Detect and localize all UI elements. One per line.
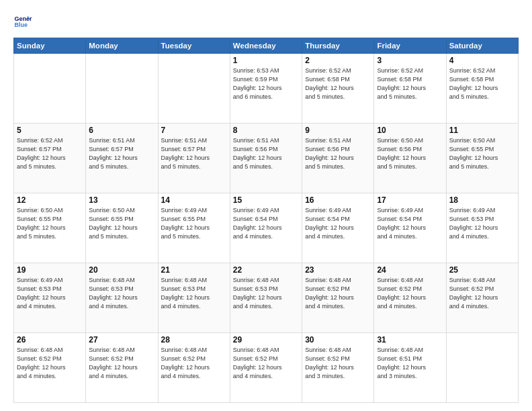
calendar-cell: 26Sunrise: 6:48 AM Sunset: 6:52 PM Dayli… bbox=[14, 333, 86, 403]
day-number: 30 bbox=[305, 335, 371, 345]
calendar-cell: 8Sunrise: 6:51 AM Sunset: 6:56 PM Daylig… bbox=[230, 124, 302, 193]
calendar-table: SundayMondayTuesdayWednesdayThursdayFrid… bbox=[13, 38, 519, 403]
day-info: Sunrise: 6:48 AM Sunset: 6:52 PM Dayligh… bbox=[233, 346, 299, 381]
day-number: 7 bbox=[161, 126, 227, 135]
day-number: 2 bbox=[305, 56, 371, 65]
weekday-header-row: SundayMondayTuesdayWednesdayThursdayFrid… bbox=[14, 38, 519, 54]
calendar-cell: 30Sunrise: 6:48 AM Sunset: 6:52 PM Dayli… bbox=[302, 333, 374, 403]
day-number: 28 bbox=[161, 335, 227, 345]
calendar-cell: 11Sunrise: 6:50 AM Sunset: 6:55 PM Dayli… bbox=[446, 124, 518, 193]
calendar-cell: 21Sunrise: 6:48 AM Sunset: 6:53 PM Dayli… bbox=[158, 263, 230, 333]
day-info: Sunrise: 6:48 AM Sunset: 6:52 PM Dayligh… bbox=[305, 276, 371, 311]
svg-text:Blue: Blue bbox=[14, 21, 28, 28]
day-info: Sunrise: 6:51 AM Sunset: 6:56 PM Dayligh… bbox=[233, 136, 299, 171]
weekday-header-wednesday: Wednesday bbox=[230, 38, 302, 54]
day-number: 24 bbox=[377, 265, 443, 275]
weekday-header-thursday: Thursday bbox=[302, 38, 374, 54]
day-info: Sunrise: 6:48 AM Sunset: 6:53 PM Dayligh… bbox=[233, 276, 299, 311]
day-info: Sunrise: 6:48 AM Sunset: 6:53 PM Dayligh… bbox=[161, 276, 227, 311]
calendar-cell: 3Sunrise: 6:52 AM Sunset: 6:58 PM Daylig… bbox=[374, 54, 446, 124]
calendar-cell bbox=[446, 333, 518, 403]
calendar-cell: 15Sunrise: 6:49 AM Sunset: 6:54 PM Dayli… bbox=[230, 193, 302, 263]
day-number: 23 bbox=[305, 265, 371, 275]
day-info: Sunrise: 6:48 AM Sunset: 6:53 PM Dayligh… bbox=[89, 276, 154, 311]
day-number: 22 bbox=[233, 265, 299, 275]
day-number: 25 bbox=[449, 265, 515, 275]
day-info: Sunrise: 6:48 AM Sunset: 6:52 PM Dayligh… bbox=[17, 346, 83, 381]
calendar-cell: 20Sunrise: 6:48 AM Sunset: 6:53 PM Dayli… bbox=[86, 263, 158, 333]
day-number: 9 bbox=[305, 126, 371, 135]
calendar-cell: 22Sunrise: 6:48 AM Sunset: 6:53 PM Dayli… bbox=[230, 263, 302, 333]
day-info: Sunrise: 6:53 AM Sunset: 6:59 PM Dayligh… bbox=[233, 66, 299, 101]
page: General Blue SundayMondayTuesdayWednesda… bbox=[0, 0, 532, 411]
day-info: Sunrise: 6:48 AM Sunset: 6:52 PM Dayligh… bbox=[377, 276, 443, 311]
day-number: 31 bbox=[377, 335, 443, 345]
day-info: Sunrise: 6:49 AM Sunset: 6:54 PM Dayligh… bbox=[233, 206, 299, 241]
calendar-cell: 9Sunrise: 6:51 AM Sunset: 6:56 PM Daylig… bbox=[302, 124, 374, 193]
day-number: 15 bbox=[233, 195, 299, 205]
calendar-cell: 4Sunrise: 6:52 AM Sunset: 6:58 PM Daylig… bbox=[446, 54, 518, 124]
day-info: Sunrise: 6:49 AM Sunset: 6:53 PM Dayligh… bbox=[17, 276, 83, 311]
header: General Blue bbox=[13, 12, 519, 31]
day-number: 18 bbox=[449, 195, 515, 205]
day-info: Sunrise: 6:51 AM Sunset: 6:57 PM Dayligh… bbox=[161, 136, 227, 171]
day-info: Sunrise: 6:52 AM Sunset: 6:57 PM Dayligh… bbox=[17, 136, 83, 171]
day-number: 1 bbox=[233, 56, 299, 65]
calendar-cell bbox=[86, 54, 158, 124]
day-info: Sunrise: 6:49 AM Sunset: 6:54 PM Dayligh… bbox=[305, 206, 371, 241]
calendar-cell: 27Sunrise: 6:48 AM Sunset: 6:52 PM Dayli… bbox=[86, 333, 158, 403]
day-info: Sunrise: 6:51 AM Sunset: 6:56 PM Dayligh… bbox=[305, 136, 371, 171]
calendar-cell: 13Sunrise: 6:50 AM Sunset: 6:55 PM Dayli… bbox=[86, 193, 158, 263]
week-row-0: 1Sunrise: 6:53 AM Sunset: 6:59 PM Daylig… bbox=[14, 54, 519, 124]
weekday-header-saturday: Saturday bbox=[446, 38, 518, 54]
day-number: 3 bbox=[377, 56, 443, 65]
logo-icon: General Blue bbox=[13, 12, 32, 31]
day-info: Sunrise: 6:49 AM Sunset: 6:54 PM Dayligh… bbox=[377, 206, 443, 241]
day-number: 12 bbox=[17, 195, 83, 205]
day-info: Sunrise: 6:50 AM Sunset: 6:55 PM Dayligh… bbox=[449, 136, 515, 171]
weekday-header-monday: Monday bbox=[86, 38, 158, 54]
day-info: Sunrise: 6:48 AM Sunset: 6:52 PM Dayligh… bbox=[305, 346, 371, 381]
week-row-4: 26Sunrise: 6:48 AM Sunset: 6:52 PM Dayli… bbox=[14, 333, 519, 403]
day-info: Sunrise: 6:49 AM Sunset: 6:55 PM Dayligh… bbox=[161, 206, 227, 241]
calendar-cell: 25Sunrise: 6:48 AM Sunset: 6:52 PM Dayli… bbox=[446, 263, 518, 333]
calendar-cell: 23Sunrise: 6:48 AM Sunset: 6:52 PM Dayli… bbox=[302, 263, 374, 333]
day-info: Sunrise: 6:50 AM Sunset: 6:55 PM Dayligh… bbox=[17, 206, 83, 241]
day-info: Sunrise: 6:52 AM Sunset: 6:58 PM Dayligh… bbox=[449, 66, 515, 101]
calendar-cell: 18Sunrise: 6:49 AM Sunset: 6:53 PM Dayli… bbox=[446, 193, 518, 263]
calendar-cell: 5Sunrise: 6:52 AM Sunset: 6:57 PM Daylig… bbox=[14, 124, 86, 193]
day-number: 6 bbox=[89, 126, 154, 135]
calendar-cell: 14Sunrise: 6:49 AM Sunset: 6:55 PM Dayli… bbox=[158, 193, 230, 263]
day-info: Sunrise: 6:48 AM Sunset: 6:52 PM Dayligh… bbox=[89, 346, 154, 381]
day-number: 29 bbox=[233, 335, 299, 345]
weekday-header-friday: Friday bbox=[374, 38, 446, 54]
calendar-cell: 2Sunrise: 6:52 AM Sunset: 6:58 PM Daylig… bbox=[302, 54, 374, 124]
day-number: 14 bbox=[161, 195, 227, 205]
day-number: 20 bbox=[89, 265, 154, 275]
day-info: Sunrise: 6:50 AM Sunset: 6:55 PM Dayligh… bbox=[89, 206, 154, 241]
calendar-cell: 19Sunrise: 6:49 AM Sunset: 6:53 PM Dayli… bbox=[14, 263, 86, 333]
calendar-cell: 24Sunrise: 6:48 AM Sunset: 6:52 PM Dayli… bbox=[374, 263, 446, 333]
calendar-cell: 1Sunrise: 6:53 AM Sunset: 6:59 PM Daylig… bbox=[230, 54, 302, 124]
day-number: 5 bbox=[17, 126, 83, 135]
day-info: Sunrise: 6:49 AM Sunset: 6:53 PM Dayligh… bbox=[449, 206, 515, 241]
calendar-cell: 28Sunrise: 6:48 AM Sunset: 6:52 PM Dayli… bbox=[158, 333, 230, 403]
calendar-cell: 12Sunrise: 6:50 AM Sunset: 6:55 PM Dayli… bbox=[14, 193, 86, 263]
calendar-cell: 6Sunrise: 6:51 AM Sunset: 6:57 PM Daylig… bbox=[86, 124, 158, 193]
logo: General Blue bbox=[13, 12, 32, 31]
calendar-cell: 17Sunrise: 6:49 AM Sunset: 6:54 PM Dayli… bbox=[374, 193, 446, 263]
day-number: 27 bbox=[89, 335, 154, 345]
day-number: 13 bbox=[89, 195, 154, 205]
day-number: 26 bbox=[17, 335, 83, 345]
day-info: Sunrise: 6:48 AM Sunset: 6:52 PM Dayligh… bbox=[161, 346, 227, 381]
day-info: Sunrise: 6:50 AM Sunset: 6:56 PM Dayligh… bbox=[377, 136, 443, 171]
week-row-1: 5Sunrise: 6:52 AM Sunset: 6:57 PM Daylig… bbox=[14, 124, 519, 193]
day-info: Sunrise: 6:52 AM Sunset: 6:58 PM Dayligh… bbox=[305, 66, 371, 101]
week-row-3: 19Sunrise: 6:49 AM Sunset: 6:53 PM Dayli… bbox=[14, 263, 519, 333]
calendar-cell: 31Sunrise: 6:48 AM Sunset: 6:51 PM Dayli… bbox=[374, 333, 446, 403]
day-number: 8 bbox=[233, 126, 299, 135]
day-number: 19 bbox=[17, 265, 83, 275]
day-number: 4 bbox=[449, 56, 515, 65]
calendar-cell: 16Sunrise: 6:49 AM Sunset: 6:54 PM Dayli… bbox=[302, 193, 374, 263]
day-info: Sunrise: 6:48 AM Sunset: 6:51 PM Dayligh… bbox=[377, 346, 443, 381]
